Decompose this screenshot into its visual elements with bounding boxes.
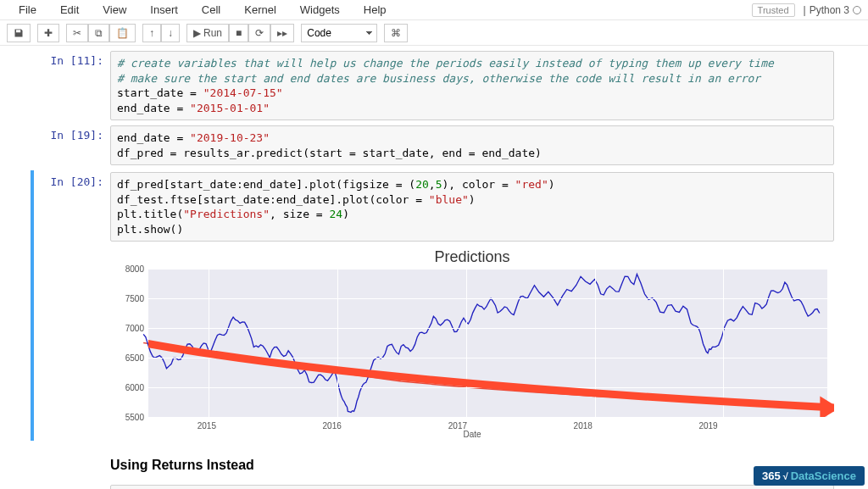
code-input[interactable]: end_date = "2019-10-23" df_pred = result…: [110, 125, 834, 165]
code-cell[interactable]: In [19]: end_date = "2019-10-23" df_pred…: [34, 125, 834, 165]
add-cell-button[interactable]: ✚: [37, 24, 59, 42]
markdown-cell[interactable]: Using Returns Instead: [34, 446, 834, 480]
in-prompt: In [ ]:: [34, 485, 110, 489]
in-prompt: In [19]:: [34, 125, 110, 165]
kernel-name: Python 3: [810, 4, 849, 16]
menu-insert[interactable]: Insert: [138, 2, 190, 18]
series-red: [143, 343, 820, 406]
x-tick: 2015: [198, 421, 216, 431]
move-down-button[interactable]: ↓: [161, 24, 180, 42]
markdown-heading: Using Returns Instead: [110, 446, 834, 480]
code-input[interactable]: df_pred[start_date:end_date].plot(figsiz…: [110, 172, 834, 242]
run-label: Run: [203, 27, 222, 39]
menu-help[interactable]: Help: [352, 2, 398, 18]
menu-kernel[interactable]: Kernel: [232, 2, 288, 18]
y-tick: 6500: [110, 353, 144, 363]
menu-cell[interactable]: Cell: [190, 2, 232, 18]
code-input[interactable]: # create variables that will help us cha…: [110, 51, 834, 120]
x-axis-label: Date: [463, 430, 481, 439]
toolbar: ✚ ✂ ⧉ 📋 ↑ ↓ ▶ Run ■ ⟳ ▸▸ Code ⌘: [0, 20, 868, 46]
command-palette-button[interactable]: ⌘: [384, 24, 408, 42]
copy-button[interactable]: ⧉: [88, 24, 109, 42]
x-tick: 2016: [323, 421, 342, 431]
run-button[interactable]: ▶ Run: [186, 24, 229, 42]
predictions-chart: Predictions 550060006500700075008000 201…: [110, 248, 834, 439]
y-tick: 7500: [110, 294, 144, 303]
move-up-button[interactable]: ↑: [142, 24, 161, 42]
in-prompt: In [11]:: [34, 51, 110, 120]
code-cell[interactable]: In [11]: # create variables that will he…: [34, 51, 834, 120]
y-tick: 7000: [110, 324, 144, 333]
watermark-logo: 365√DataScience: [754, 466, 865, 486]
restart-button[interactable]: ⟳: [248, 24, 270, 42]
code-cell-selected[interactable]: In [20]: df_pred[start_date:end_date].pl…: [31, 170, 834, 441]
menu-widgets[interactable]: Widgets: [288, 2, 352, 18]
kernel-status-icon: [853, 6, 861, 14]
paste-button[interactable]: 📋: [109, 24, 136, 42]
code-cell-empty[interactable]: In [ ]:: [34, 485, 834, 489]
menu-bar: File Edit View Insert Cell Kernel Widget…: [0, 0, 868, 20]
notebook-container: In [11]: # create variables that will he…: [0, 46, 868, 489]
trusted-badge[interactable]: Trusted: [752, 3, 795, 17]
y-tick: 6000: [110, 383, 144, 392]
menu-view[interactable]: View: [91, 2, 138, 18]
kernel-indicator[interactable]: | Python 3: [804, 4, 862, 16]
chart-title: Predictions: [110, 248, 834, 266]
x-tick: 2019: [698, 421, 717, 431]
cell-output: Predictions 550060006500700075008000 201…: [110, 242, 834, 439]
plot-area: [148, 269, 827, 417]
interrupt-button[interactable]: ■: [229, 24, 248, 42]
restart-run-all-button[interactable]: ▸▸: [270, 24, 294, 42]
x-tick: 2018: [574, 421, 593, 431]
menu-edit[interactable]: Edit: [48, 2, 91, 18]
save-button[interactable]: [7, 24, 31, 42]
celltype-select[interactable]: Code: [301, 24, 377, 42]
y-tick: 8000: [110, 264, 144, 274]
md-prompt: [34, 446, 110, 480]
in-prompt: In [20]:: [34, 172, 110, 439]
code-input[interactable]: [110, 485, 834, 489]
series-blue: [143, 275, 820, 413]
cut-button[interactable]: ✂: [66, 24, 88, 42]
y-tick: 5500: [110, 413, 144, 422]
menu-file[interactable]: File: [7, 2, 48, 18]
